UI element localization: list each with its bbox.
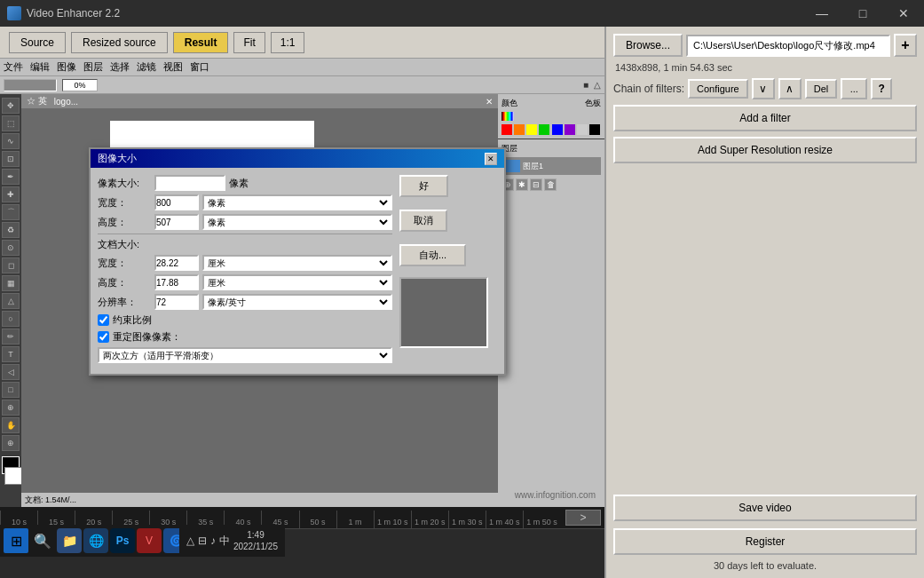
ps-tool-path[interactable]: ◁ bbox=[2, 364, 20, 380]
ps-doc-width-input[interactable] bbox=[154, 255, 199, 271]
add-filter-button[interactable]: Add a filter bbox=[613, 105, 917, 131]
ps-dialog-title-text: 图像大小 bbox=[98, 152, 137, 165]
one-to-one-button[interactable]: 1:1 bbox=[271, 32, 305, 53]
taskbar-app1[interactable]: V bbox=[137, 528, 162, 553]
view-toolbar: Source Resized source Result Fit 1:1 bbox=[0, 27, 604, 59]
system-tray: △ ⊟ ♪ 中 1:49 2022/11/25 bbox=[179, 525, 285, 557]
ps-tool-brush[interactable]: ⌒ bbox=[2, 204, 20, 220]
timeline-mark-1m30s: 1 m 30 s bbox=[448, 511, 486, 528]
ps-dialog-title-bar: 图像大小 ✕ bbox=[91, 149, 504, 168]
ps-tool-zoom[interactable]: ⊕ bbox=[2, 435, 20, 451]
taskbar-photoshop[interactable]: Ps bbox=[110, 528, 135, 553]
ps-tool-move[interactable]: ✥ bbox=[2, 98, 20, 114]
ps-ok-button[interactable]: 好 bbox=[399, 175, 448, 197]
tray-volume[interactable]: ♪ bbox=[210, 534, 216, 547]
eval-text: 30 days left to evaluate. bbox=[613, 560, 917, 571]
ps-resolution-input[interactable] bbox=[154, 294, 199, 310]
tab-resized-source[interactable]: Resized source bbox=[71, 32, 168, 53]
ps-resample-checkbox[interactable] bbox=[98, 331, 109, 343]
taskbar-search-button[interactable]: 🔍 bbox=[30, 528, 55, 553]
ps-tool-shape[interactable]: □ bbox=[2, 382, 20, 398]
right-spacer bbox=[613, 169, 917, 486]
ps-doc-width-row: 宽度： 厘米 bbox=[98, 255, 392, 271]
ps-layer-item[interactable]: 图层1 bbox=[501, 157, 601, 175]
taskbar-file-explorer[interactable]: 📁 bbox=[57, 528, 82, 553]
ps-tool-clone[interactable]: ♻ bbox=[2, 222, 20, 238]
file-info: 1438x898, 1 min 54.63 sec bbox=[613, 62, 917, 73]
ps-toolbar: 0% ■ △ bbox=[0, 76, 604, 94]
timeline-mark-1m10s: 1 m 10 s bbox=[374, 511, 411, 528]
ps-tool-lasso[interactable]: ∿ bbox=[2, 133, 20, 149]
add-file-button[interactable]: + bbox=[894, 34, 917, 57]
ps-tool-text[interactable]: T bbox=[2, 346, 20, 362]
ps-tool-eraser[interactable]: ◻ bbox=[2, 257, 20, 273]
chain-up-button[interactable]: ∧ bbox=[778, 78, 802, 99]
ps-tool-pen[interactable]: ✏ bbox=[2, 329, 20, 344]
ps-pixel-size-input[interactable] bbox=[154, 175, 225, 191]
ps-height-unit[interactable]: 像素 bbox=[202, 214, 392, 230]
ps-width-unit[interactable]: 像素 bbox=[202, 194, 392, 210]
tray-chevron[interactable]: △ bbox=[186, 534, 194, 547]
tray-network[interactable]: ⊟ bbox=[198, 534, 207, 547]
chain-label: Chain of filters: bbox=[613, 83, 684, 95]
ps-cancel-button[interactable]: 取消 bbox=[399, 210, 447, 232]
ps-background-color[interactable] bbox=[4, 467, 22, 485]
ps-tool-healing[interactable]: ✚ bbox=[2, 186, 20, 202]
timeline-next-button[interactable]: > bbox=[565, 510, 601, 526]
maximize-button[interactable]: □ bbox=[842, 0, 883, 27]
ps-doc-size-label-row: 文档大小: bbox=[98, 238, 392, 251]
close-button[interactable]: ✕ bbox=[883, 0, 924, 27]
website-credit: www.infognition.com bbox=[515, 490, 596, 500]
ps-doc-height-unit[interactable]: 厘米 bbox=[202, 274, 392, 290]
ps-tool-eyedropper[interactable]: ✒ bbox=[2, 169, 20, 185]
ps-tool-crop[interactable]: ⊡ bbox=[2, 151, 20, 167]
taskbar-start-button[interactable]: ⊞ bbox=[4, 528, 28, 553]
tab-source[interactable]: Source bbox=[9, 32, 66, 53]
ps-resolution-row: 分辨率： 像素/英寸 bbox=[98, 294, 392, 310]
ps-height-input[interactable] bbox=[154, 214, 199, 230]
chain-del-button[interactable]: Del bbox=[805, 79, 838, 99]
ps-tool-blur[interactable]: △ bbox=[2, 293, 20, 309]
ps-resolution-unit[interactable]: 像素/英寸 bbox=[202, 294, 392, 310]
timeline-mark-1m20s: 1 m 20 s bbox=[411, 511, 448, 528]
ps-doc-height-input[interactable] bbox=[154, 274, 199, 290]
ps-tool-3d[interactable]: ⊕ bbox=[2, 400, 20, 416]
ps-width-row: 宽度： 像素 bbox=[98, 194, 392, 210]
ps-resample-method-row: 两次立方（适用于平滑渐变） bbox=[98, 347, 392, 363]
window-controls: — □ ✕ bbox=[802, 0, 924, 27]
ps-tool-dodge[interactable]: ○ bbox=[2, 311, 20, 327]
ps-auto-button[interactable]: 自动... bbox=[399, 244, 466, 266]
tray-datetime: 1:49 2022/11/25 bbox=[233, 529, 278, 552]
chain-of-filters-row: Chain of filters: Configure ∨ ∧ Del ... … bbox=[613, 78, 917, 99]
browse-button[interactable]: Browse... bbox=[613, 34, 683, 57]
ps-doc-height-row: 高度： 厘米 bbox=[98, 274, 392, 290]
ps-tool-history[interactable]: ⊙ bbox=[2, 240, 20, 256]
ps-dialog-close-button[interactable]: ✕ bbox=[485, 153, 497, 165]
ps-constrain-checkbox[interactable] bbox=[98, 314, 109, 326]
ps-resample-method-select[interactable]: 两次立方（适用于平滑渐变） bbox=[98, 347, 392, 363]
fit-button[interactable]: Fit bbox=[233, 32, 265, 53]
add-super-resolution-button[interactable]: Add Super Resolution resize bbox=[613, 137, 917, 163]
timeline-mark-50s: 50 s bbox=[299, 511, 336, 528]
file-browse-row: Browse... C:\Users\User\Desktop\logo尺寸修改… bbox=[613, 34, 917, 57]
chain-help-button[interactable]: ? bbox=[871, 78, 892, 99]
ps-tools-panel: ✥ ⬚ ∿ ⊡ ✒ ✚ ⌒ ♻ ⊙ ◻ ▦ △ ○ ✏ T bbox=[0, 94, 21, 507]
tray-keyboard[interactable]: 中 bbox=[219, 534, 230, 549]
ps-image-size-dialog: 图像大小 ✕ 像素大小: 像素 宽度： bbox=[89, 147, 506, 376]
register-button[interactable]: Register bbox=[613, 528, 917, 555]
chain-down-button[interactable]: ∨ bbox=[752, 78, 775, 99]
ps-tool-gradient[interactable]: ▦ bbox=[2, 275, 20, 291]
ps-layers-panel: 图层 图层1 ⊕ ✱ ⊟ 🗑 bbox=[498, 139, 604, 507]
minimize-button[interactable]: — bbox=[802, 0, 842, 27]
right-panel: Browse... C:\Users\User\Desktop\logo尺寸修改… bbox=[604, 27, 924, 578]
chain-more-button[interactable]: ... bbox=[841, 78, 867, 99]
ps-width-input[interactable] bbox=[154, 194, 199, 210]
taskbar-browser[interactable]: 🌐 bbox=[83, 528, 108, 553]
ps-tool-hand[interactable]: ✋ bbox=[2, 417, 20, 433]
save-video-button[interactable]: Save video bbox=[613, 495, 917, 521]
ps-doc-width-unit[interactable]: 厘米 bbox=[202, 255, 392, 271]
configure-button[interactable]: Configure bbox=[688, 79, 748, 99]
title-bar: Video Enhancer 2.2 — □ ✕ bbox=[0, 0, 924, 27]
ps-tool-select[interactable]: ⬚ bbox=[2, 115, 20, 131]
tab-result[interactable]: Result bbox=[173, 32, 229, 53]
